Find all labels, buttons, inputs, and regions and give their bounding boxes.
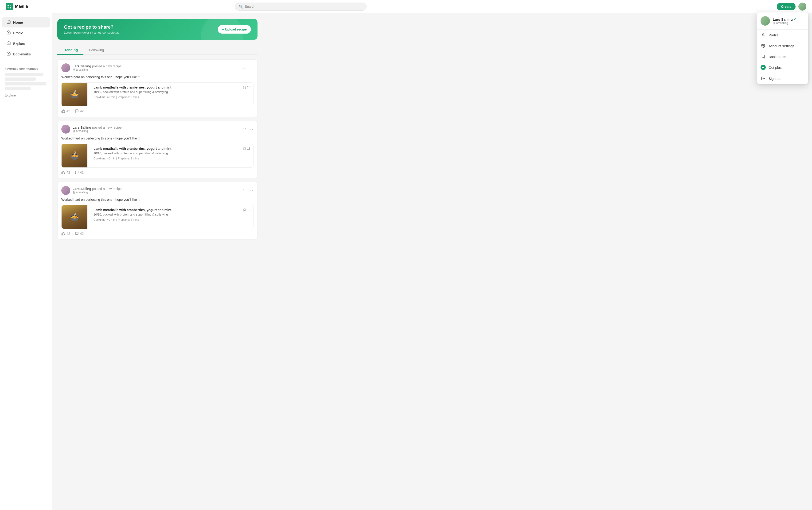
post-header-0: Lars Salling posted a new recipe @larssa…	[61, 63, 254, 72]
dropdown-item-account-settings[interactable]: Account settings	[757, 40, 808, 51]
dropdown-profile-icon	[760, 32, 766, 37]
sidebar-nav: Home Profile Explore	[0, 18, 52, 59]
recipe-bookmark-2: 13	[243, 208, 251, 212]
sidebar-item-bookmarks[interactable]: Bookmarks	[2, 49, 50, 59]
favorited-communities-label: Favorited communities	[0, 65, 52, 71]
post-time-1: 1h	[243, 127, 246, 131]
like-button-0[interactable]: 42	[61, 109, 70, 113]
svg-point-4	[762, 34, 764, 35]
dropdown-signout-icon	[760, 76, 766, 81]
dropdown-sign-out-label: Sign out	[768, 77, 781, 81]
dropdown-profile-label: Profile	[768, 33, 779, 37]
upload-recipe-button[interactable]: + Upload recipe	[218, 25, 251, 34]
recipe-title-1: Lamb meatballs with cranberries, yogurt …	[93, 147, 171, 151]
sidebar-item-profile-label: Profile	[13, 31, 23, 35]
post-author-line-1: Lars Salling posted a new recipe	[72, 126, 241, 129]
svg-point-5	[763, 45, 764, 47]
home-icon	[7, 20, 11, 25]
upload-banner: Got a recipe to share? Lorem ipsum dolor…	[57, 19, 258, 40]
post-author-0: Lars Salling	[72, 64, 91, 68]
dropdown-plus-icon	[760, 65, 766, 70]
dropdown-item-profile[interactable]: Profile	[757, 30, 808, 40]
recipe-info-0: Lamb meatballs with cranberries, yogurt …	[91, 83, 253, 106]
recipe-meta-2: Cooktime: 40 min | Preptime: 8 mins	[93, 218, 251, 221]
post-text-0: Worked hard on perfecting this one - hop…	[61, 75, 254, 80]
recipe-bookmark-1: 13	[243, 147, 251, 150]
post-text-1: Worked hard on perfecting this one - hop…	[61, 136, 254, 141]
dropdown-item-bookmarks[interactable]: Bookmarks	[757, 51, 808, 62]
post-author-line-2: Lars Salling posted a new recipe	[72, 187, 241, 191]
recipe-image-0	[62, 83, 87, 106]
community-skeleton-2	[5, 78, 36, 81]
like-button-1[interactable]: 42	[61, 171, 70, 174]
dropdown-avatar	[760, 16, 770, 26]
post-meta-1: Lars Salling posted a new recipe @larssa…	[72, 126, 241, 133]
post-avatar-0	[61, 63, 70, 72]
comment-button-2[interactable]: 42	[75, 232, 84, 236]
main-content: Got a recipe to share? Lorem ipsum dolor…	[52, 13, 263, 510]
user-avatar-button[interactable]	[799, 3, 806, 10]
post-recipe-2: Lamb meatballs with cranberries, yogurt …	[61, 205, 254, 229]
post-author-line-0: Lars Salling posted a new recipe	[72, 64, 241, 68]
explore-link[interactable]: Explore	[0, 92, 52, 99]
post-avatar-2	[61, 186, 70, 195]
dropdown-item-get-plus[interactable]: Get plus	[757, 62, 808, 73]
sidebar-item-profile[interactable]: Profile	[2, 28, 50, 38]
recipe-title-2: Lamb meatballs with cranberries, yogurt …	[93, 208, 171, 212]
explore-icon	[7, 41, 11, 46]
post-header-1: Lars Salling posted a new recipe @larssa…	[61, 125, 254, 133]
recipe-desc-2: 10/10, packed with protein and super fil…	[93, 213, 251, 216]
logo[interactable]: Maella	[6, 3, 28, 10]
sidebar-item-explore-label: Explore	[13, 41, 25, 46]
dropdown-item-sign-out[interactable]: Sign out	[757, 73, 808, 84]
post-meta-2: Lars Salling posted a new recipe @larssa…	[72, 187, 241, 194]
avatar	[799, 3, 806, 10]
recipe-info-2: Lamb meatballs with cranberries, yogurt …	[91, 205, 253, 229]
post-time-0: 1h	[243, 66, 246, 69]
profile-icon	[7, 30, 11, 36]
comment-button-1[interactable]: 42	[75, 171, 84, 174]
post-text-2: Worked hard on perfecting this one - hop…	[61, 197, 254, 202]
post-more-button-2[interactable]: ···	[249, 188, 254, 193]
app-name: Maella	[15, 4, 28, 9]
create-button[interactable]: Create	[777, 3, 795, 10]
dropdown-bookmarks-icon	[760, 54, 766, 59]
sidebar-item-home-label: Home	[13, 21, 23, 24]
recipe-image-2	[62, 205, 87, 229]
bookmarks-icon	[7, 52, 11, 57]
svg-rect-1	[10, 5, 11, 6]
community-skeleton-4	[5, 87, 31, 90]
banner-subtitle: Lorem ipsum dolor sit amet, consectetur.	[64, 31, 119, 34]
post-more-button-0[interactable]: ···	[249, 65, 254, 70]
tab-following[interactable]: Following	[83, 46, 110, 55]
search-input[interactable]	[245, 5, 362, 8]
top-nav: Maella 🔍 Create	[0, 0, 812, 13]
post-card-1: Lars Salling posted a new recipe @larssa…	[57, 121, 258, 178]
sidebar-item-home[interactable]: Home	[2, 18, 50, 28]
verified-badge: ✓	[794, 18, 796, 21]
recipe-desc-1: 10/10, packed with protein and super fil…	[93, 151, 251, 155]
recipe-desc-0: 10/10, packed with protein and super fil…	[93, 90, 251, 94]
post-recipe-1: Lamb meatballs with cranberries, yogurt …	[61, 144, 254, 168]
post-time-2: 1h	[243, 189, 246, 192]
post-author-1: Lars Salling	[72, 126, 91, 129]
post-username-0: @larssalling	[72, 68, 241, 71]
sidebar-item-explore[interactable]: Explore	[2, 38, 50, 49]
post-more-button-1[interactable]: ···	[249, 127, 254, 132]
svg-rect-0	[7, 5, 9, 6]
post-avatar-1	[61, 125, 70, 133]
sidebar-divider	[4, 62, 48, 62]
svg-rect-2	[7, 7, 9, 8]
like-button-2[interactable]: 42	[61, 232, 70, 236]
dropdown-username: @larssalling	[773, 21, 796, 25]
layout: Got a recipe to share? Lorem ipsum dolor…	[0, 0, 812, 510]
search-icon: 🔍	[239, 5, 243, 8]
post-header-2: Lars Salling posted a new recipe @larssa…	[61, 186, 254, 195]
dropdown-user-name: Lars Salling ✓	[773, 18, 796, 21]
comment-button-0[interactable]: 42	[75, 109, 84, 113]
post-card-2: Lars Salling posted a new recipe @larssa…	[57, 182, 258, 240]
recipe-title-0: Lamb meatballs with cranberries, yogurt …	[93, 86, 171, 89]
dropdown-header: Lars Salling ✓ @larssalling	[757, 12, 808, 30]
nav-right: Create	[777, 3, 806, 10]
tab-trending[interactable]: Trending	[57, 46, 83, 55]
